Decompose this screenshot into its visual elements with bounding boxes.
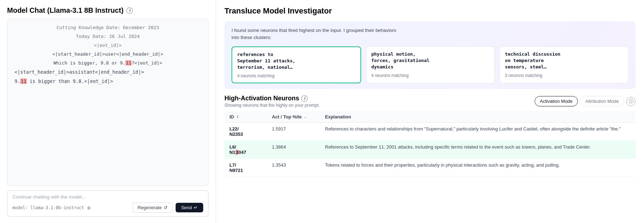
page-title: Model Chat (Llama-3.1 8B Instruct) ℹ	[7, 6, 209, 15]
neuron-act-1: 1.3864	[267, 141, 320, 159]
neuron-id-1[interactable]: L6/N13047	[224, 141, 267, 159]
cluster-card-2[interactable]: technical discussionon temperaturesensor…	[500, 46, 628, 84]
neurons-title: High-Activation Neurons ℹ	[224, 95, 320, 102]
input-buttons: Regenerate ↺ Send ↵	[132, 202, 203, 213]
input-footer: model: llama-3.1-8b-instruct ⚙ Regenerat…	[12, 202, 203, 213]
attribution-mode-button[interactable]: Attribution Mode	[580, 96, 624, 106]
neuron-act-0: 1.5917	[267, 123, 320, 141]
right-panel-title: Transluce Model Investigator	[224, 6, 636, 16]
neuron-act-2: 1.3543	[267, 159, 320, 177]
chat-area: Cutting Knowledge Date: December 2023 To…	[7, 19, 209, 186]
cluster-cards: references toSeptember 11 attacks,terror…	[232, 46, 628, 84]
chat-system-date1: Cutting Knowledge Date: December 2023	[15, 25, 201, 30]
gear-icon[interactable]: ⚙	[86, 205, 92, 211]
cluster-card-1[interactable]: physical motion,forces, gravitationaldyn…	[366, 46, 495, 84]
chat-user-header: <|start_header_id|>user<|end_header_id|>	[15, 51, 201, 57]
chat-system-date2: Today Date: 26 Jul 2024	[15, 34, 201, 39]
cluster-card-count-1: 4 neurons matching	[371, 73, 490, 78]
neurons-subtitle: Showing neurons that fire highly on your…	[224, 103, 320, 108]
highlight-11-user: 11	[125, 60, 132, 66]
regenerate-button[interactable]: Regenerate ↺	[132, 202, 173, 213]
neuron-explanation-2: Tokens related to forces and their prope…	[320, 159, 636, 177]
cluster-card-title-1: physical motion,forces, gravitationaldyn…	[371, 51, 490, 71]
table-row: L6/N13047 1.3864 References to September…	[224, 141, 636, 159]
table-header-row: ID ⇕ Act / Top %ile ⌄ Explanation	[224, 111, 636, 123]
col-id[interactable]: ID ⇕	[224, 111, 267, 123]
mode-toggle: Activation Mode Attribution Mode ⓘ	[535, 96, 636, 106]
regenerate-icon: ↺	[164, 205, 167, 210]
neurons-header: High-Activation Neurons ℹ Showing neuron…	[224, 95, 636, 108]
neurons-section: High-Activation Neurons ℹ Showing neuron…	[224, 95, 636, 177]
cluster-intro: I found some neurons that fired highest …	[232, 27, 628, 41]
neuron-explanation-1: References to September 11, 2001 attacks…	[320, 141, 636, 159]
cluster-card-count-2: 3 neurons matching	[505, 73, 623, 78]
highlight-11-assistant: 11	[20, 78, 27, 84]
neurons-table: ID ⇕ Act / Top %ile ⌄ Explanation	[224, 111, 636, 177]
chat-input-area[interactable]: Continue chatting with the model... mode…	[7, 190, 209, 217]
left-panel: Model Chat (Llama-3.1 8B Instruct) ℹ Cut…	[0, 0, 216, 223]
chat-eot1: <|eot_id|>	[15, 43, 201, 48]
title-info-icon[interactable]: ℹ	[126, 7, 133, 14]
cluster-card-title-2: technical discussionon temperaturesensor…	[505, 51, 623, 71]
right-panel: Transluce Model Investigator I found som…	[216, 0, 644, 223]
col-explanation: Explanation	[320, 111, 636, 123]
chat-assistant-answer: 9.11 is bigger than 9.8.<|eot_id|>	[15, 78, 201, 84]
col-act[interactable]: Act / Top %ile ⌄	[267, 111, 320, 123]
send-button[interactable]: Send ↵	[176, 203, 203, 212]
table-row: L22/N2353 1.5917 References to character…	[224, 123, 636, 141]
cluster-card-title-0: references toSeptember 11 attacks,terror…	[237, 51, 355, 71]
cluster-card-count-0: 4 neurons matching	[237, 73, 355, 78]
neuron-explanation-0: References to characters and relationshi…	[320, 123, 636, 141]
activation-mode-button[interactable]: Activation Mode	[535, 96, 578, 106]
highlight-3: 3	[235, 150, 239, 155]
sort-icon-id: ⇕	[236, 115, 239, 119]
send-icon: ↵	[194, 205, 198, 210]
chat-user-question: Which is bigger, 9.8 or 9.11?<|eot_id|>	[15, 60, 201, 66]
chat-input-placeholder[interactable]: Continue chatting with the model...	[12, 194, 203, 200]
table-row: L7/N9721 1.3543 Tokens related to forces…	[224, 159, 636, 177]
model-chat-title: Model Chat (Llama-3.1 8B Instruct)	[7, 6, 124, 15]
mode-info-icon[interactable]: ⓘ	[626, 97, 636, 106]
neurons-title-row: High-Activation Neurons ℹ Showing neuron…	[224, 95, 320, 108]
sort-icon-act: ⌄	[304, 115, 307, 119]
neurons-info-icon[interactable]: ℹ	[301, 95, 308, 102]
cluster-card-0[interactable]: references toSeptember 11 attacks,terror…	[232, 46, 361, 84]
chat-assistant-header: <|start_header_id|>assistant<|end_header…	[15, 69, 201, 75]
cluster-container: I found some neurons that fired highest …	[224, 21, 636, 89]
neuron-id-0[interactable]: L22/N2353	[224, 123, 267, 141]
neuron-id-2[interactable]: L7/N9721	[224, 159, 267, 177]
model-label: model: llama-3.1-8b-instruct ⚙	[12, 205, 92, 211]
